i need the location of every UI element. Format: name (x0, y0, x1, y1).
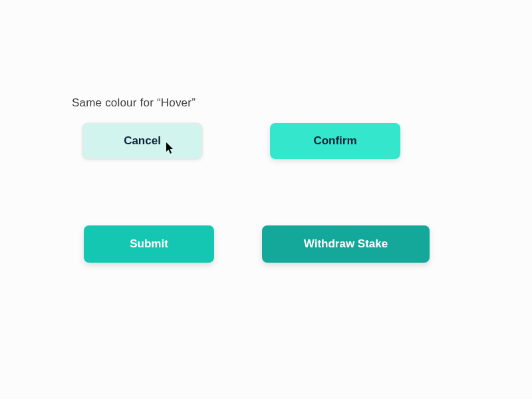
cancel-button-label: Cancel (124, 134, 161, 148)
submit-button-label: Submit (130, 237, 168, 251)
hover-caption: Same colour for “Hover” (72, 96, 196, 110)
withdraw-stake-button[interactable]: Withdraw Stake (262, 225, 430, 263)
confirm-button-label: Confirm (313, 134, 356, 148)
cancel-button[interactable]: Cancel (82, 123, 202, 159)
submit-button[interactable]: Submit (84, 225, 214, 263)
withdraw-stake-button-label: Withdraw Stake (304, 237, 388, 251)
confirm-button[interactable]: Confirm (270, 123, 400, 159)
